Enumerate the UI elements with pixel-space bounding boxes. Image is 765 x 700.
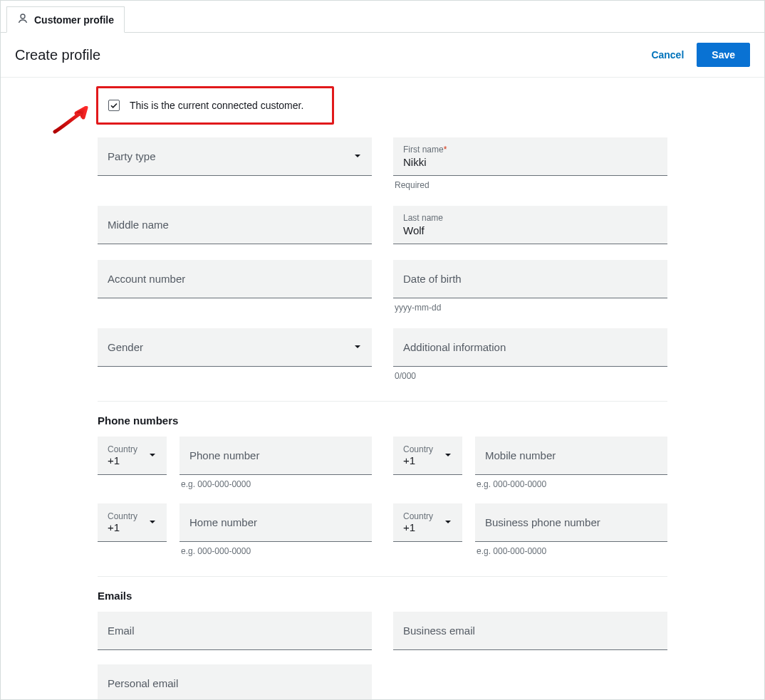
- chevron-down-icon: [353, 341, 362, 354]
- email-label: Email: [108, 625, 362, 637]
- chevron-down-icon: [444, 449, 452, 462]
- chevron-down-icon: [148, 516, 157, 529]
- email-input[interactable]: Email: [98, 612, 372, 650]
- account-number-label: Account number: [108, 273, 362, 285]
- page-header: Create profile Cancel Save: [1, 33, 764, 78]
- gender-label: Gender: [108, 341, 345, 353]
- first-name-field: First name* Required: [393, 137, 667, 190]
- business-email-label: Business email: [403, 625, 657, 637]
- mobile-country-select[interactable]: Country +1: [393, 437, 462, 475]
- additional-info-input[interactable]: Additional information: [393, 328, 667, 367]
- email-grid: Email Business email Personal email: [98, 612, 667, 700]
- dob-label: Date of birth: [403, 273, 657, 285]
- home-country-select[interactable]: Country +1: [98, 503, 167, 542]
- chevron-down-icon: [148, 449, 157, 462]
- current-customer-checkbox[interactable]: [108, 100, 120, 111]
- additional-info-field: Additional information 0/000: [393, 328, 667, 381]
- home-number-label: Home number: [189, 516, 257, 528]
- business-email-input[interactable]: Business email: [393, 612, 667, 650]
- personal-email-label: Personal email: [108, 677, 362, 689]
- person-icon: [17, 13, 28, 26]
- gender-field: Gender: [98, 328, 372, 381]
- divider: [98, 401, 667, 402]
- phone-grid: Country +1 Phone number e.g. 000-000-000…: [98, 437, 667, 556]
- chevron-down-icon: [353, 150, 362, 163]
- profile-fields-grid: Party type First name* Required: [98, 137, 667, 381]
- phone-section-title: Phone numbers: [98, 414, 667, 427]
- business-number-label: Business phone number: [485, 516, 600, 528]
- gender-select[interactable]: Gender: [98, 328, 372, 367]
- first-name-input[interactable]: [403, 156, 657, 168]
- phone-country-select[interactable]: Country +1: [98, 437, 167, 475]
- check-icon: [110, 101, 118, 110]
- mobile-helper: e.g. 000-000-0000: [475, 479, 667, 489]
- page-title: Create profile: [15, 47, 100, 63]
- additional-info-label: Additional information: [403, 341, 657, 353]
- dob-field: Date of birth yyyy-mm-dd: [393, 260, 667, 313]
- last-name-label: Last name: [403, 213, 657, 223]
- last-name-input-shell[interactable]: Last name: [393, 206, 667, 244]
- tab-customer-profile[interactable]: Customer profile: [6, 6, 125, 33]
- dob-helper: yyyy-mm-dd: [393, 303, 667, 313]
- first-name-helper: Required: [393, 180, 667, 190]
- business-helper: e.g. 000-000-0000: [475, 546, 667, 556]
- account-number-input[interactable]: Account number: [98, 260, 372, 298]
- first-name-label: First name*: [403, 145, 657, 155]
- phone-number-label: Phone number: [189, 449, 259, 461]
- party-type-label: Party type: [108, 150, 345, 162]
- middle-name-label: Middle name: [108, 219, 362, 231]
- last-name-input[interactable]: [403, 224, 657, 236]
- middle-name-input[interactable]: Middle name: [98, 206, 372, 244]
- current-customer-callout: This is the current connected customer.: [96, 86, 334, 125]
- save-button[interactable]: Save: [697, 43, 750, 67]
- middle-name-field: Middle name: [98, 206, 372, 244]
- current-customer-label: This is the current connected customer.: [130, 100, 303, 111]
- party-type-field: Party type: [98, 137, 372, 190]
- personal-email-input[interactable]: Personal email: [98, 664, 372, 700]
- svg-point-0: [21, 14, 25, 19]
- mobile-number-input[interactable]: Mobile number: [475, 437, 667, 475]
- dob-input[interactable]: Date of birth: [393, 260, 667, 298]
- last-name-field: Last name: [393, 206, 667, 244]
- account-number-field: Account number: [98, 260, 372, 313]
- business-country-select[interactable]: Country +1: [393, 503, 462, 542]
- phone-number-input[interactable]: Phone number: [179, 437, 372, 475]
- chevron-down-icon: [444, 516, 452, 529]
- first-name-input-shell[interactable]: First name*: [393, 137, 667, 176]
- home-helper: e.g. 000-000-0000: [179, 546, 372, 556]
- party-type-select[interactable]: Party type: [98, 137, 372, 176]
- tab-label: Customer profile: [34, 14, 114, 26]
- cancel-button[interactable]: Cancel: [651, 49, 684, 61]
- business-number-input[interactable]: Business phone number: [475, 503, 667, 542]
- header-actions: Cancel Save: [651, 43, 750, 67]
- mobile-number-label: Mobile number: [485, 449, 556, 461]
- divider: [98, 576, 667, 577]
- email-section-title: Emails: [98, 590, 667, 602]
- phone-helper: e.g. 000-000-0000: [179, 479, 372, 489]
- additional-info-helper: 0/000: [393, 371, 667, 381]
- tab-bar: Customer profile: [1, 1, 764, 33]
- home-number-input[interactable]: Home number: [179, 503, 372, 542]
